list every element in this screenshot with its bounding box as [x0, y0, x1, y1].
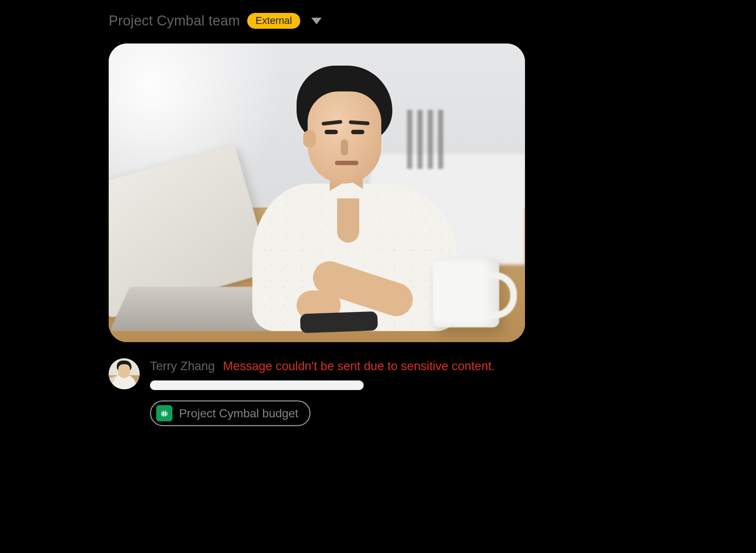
hero-photo: [109, 44, 525, 342]
chevron-down-icon[interactable]: [311, 18, 322, 24]
external-badge: External: [247, 13, 300, 29]
space-title[interactable]: Project Cymbal team: [109, 13, 240, 29]
attachment-chip[interactable]: Project Cymbal budget: [150, 400, 311, 426]
message-row: Terry Zhang Message couldn't be sent due…: [109, 358, 551, 426]
space-header: Project Cymbal team External: [109, 13, 551, 29]
sender-avatar[interactable]: [109, 358, 140, 389]
sender-name: Terry Zhang: [150, 359, 215, 373]
attachment-filename: Project Cymbal budget: [179, 407, 298, 420]
dlp-error-text: Message couldn't be sent due to sensitiv…: [223, 359, 495, 373]
google-sheets-icon: [156, 405, 172, 421]
redacted-message-placeholder: [150, 380, 364, 390]
